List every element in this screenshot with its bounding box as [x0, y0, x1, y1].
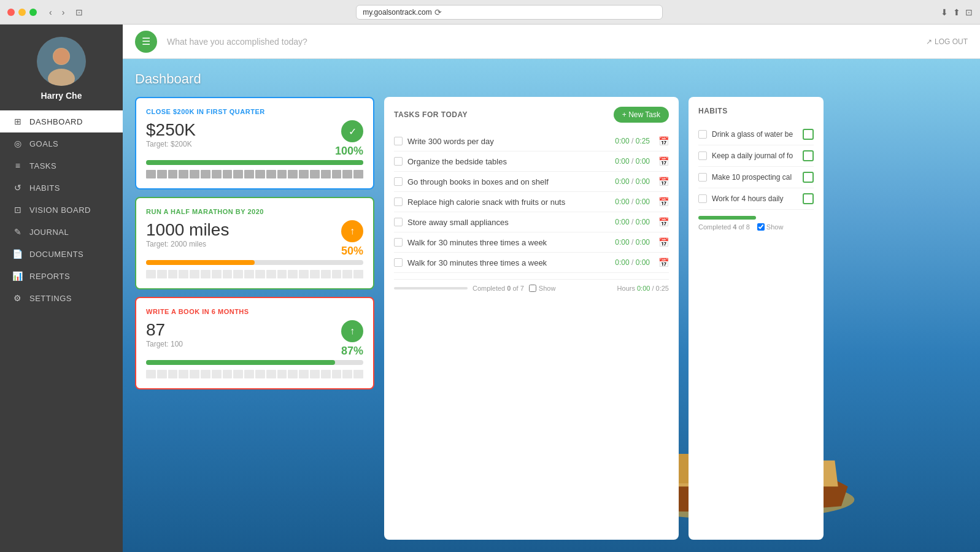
- task-time-7: 0:00 / 0:00: [615, 258, 650, 267]
- habit-badge-1[interactable]: [803, 129, 814, 140]
- habit-name-4: Work for 4 hours daily: [712, 194, 798, 203]
- traffic-lights: [7, 9, 37, 16]
- share-icon[interactable]: ⬆: [953, 7, 960, 17]
- goal-percent-1: 100%: [335, 145, 363, 158]
- task-name-3: Go through books in boxes and on shelf: [407, 177, 610, 186]
- menu-icon: ☰: [142, 36, 150, 47]
- avatar: [37, 37, 86, 86]
- sidebar-item-journal-label: JOURNAL: [29, 228, 69, 237]
- task-time-2: 0:00 / 0:00: [615, 157, 650, 166]
- dashboard-icon: ⊞: [12, 117, 23, 126]
- hamburger-button[interactable]: ☰: [135, 31, 157, 53]
- sidebar-item-reports[interactable]: 📊 REPORTS: [0, 265, 123, 287]
- logout-button[interactable]: ↗ LOG OUT: [926, 37, 968, 46]
- task-checkbox-1[interactable]: [394, 137, 403, 145]
- task-checkbox-4[interactable]: [394, 197, 403, 206]
- tasks-hours-info: Hours 0:00 / 0:25: [617, 285, 669, 292]
- sidebar-item-tasks[interactable]: ≡ TASKS: [0, 155, 123, 177]
- goal-grid-3: [146, 370, 363, 378]
- task-checkbox-3[interactable]: [394, 177, 403, 186]
- sidebar-item-habits[interactable]: ↺ HABITS: [0, 177, 123, 199]
- browser-actions: ⬇ ⬆ ⊡: [941, 7, 973, 17]
- address-bar[interactable]: my.goalsontrack.com ⟳: [356, 5, 663, 20]
- task-item: Store away small appliances 0:00 / 0:00 …: [394, 212, 669, 232]
- calendar-icon-4[interactable]: 📅: [658, 197, 669, 207]
- task-checkbox-6[interactable]: [394, 238, 403, 247]
- habit-checkbox-2[interactable]: [698, 151, 707, 160]
- sidebar-item-journal[interactable]: ✎ JOURNAL: [0, 221, 123, 243]
- goal-value-row-3: 87 Target: 100 ↑ 87%: [146, 320, 363, 358]
- habit-checkbox-3[interactable]: [698, 173, 707, 182]
- task-name-4: Replace high calorie snack with fruits o…: [407, 197, 610, 207]
- browser-chrome: ‹ › ⊡ my.goalsontrack.com ⟳ ⬇ ⬆ ⊡: [0, 0, 980, 25]
- tasks-show-checkbox[interactable]: [529, 285, 536, 292]
- sidebar-item-goals[interactable]: ◎ GOALS: [0, 132, 123, 155]
- goals-column: CLOSE $200K IN FIRST QUARTER $250K Targe…: [135, 97, 374, 540]
- calendar-icon-1[interactable]: 📅: [658, 136, 669, 146]
- journal-icon: ✎: [12, 227, 23, 237]
- minimize-button[interactable]: [18, 9, 26, 16]
- sidebar-item-vision-board[interactable]: ⊡ VISION BOARD: [0, 199, 123, 221]
- habit-name-2: Keep a daily journal of fo: [712, 151, 798, 160]
- goal-percent-3: 87%: [341, 345, 363, 358]
- dashboard-content: Dashboard CLOSE $200K IN FIRST QUARTER $…: [123, 59, 980, 552]
- goal-badge-2: ↑: [341, 220, 363, 242]
- habit-badge-4[interactable]: [803, 193, 814, 204]
- tasks-show-label[interactable]: Show: [529, 285, 556, 292]
- habit-checkbox-1[interactable]: [698, 130, 707, 139]
- fullscreen-button[interactable]: [29, 9, 37, 16]
- tabs-icon[interactable]: ⊡: [965, 7, 973, 17]
- task-name-7: Walk for 30 minutes three times a week: [407, 258, 610, 267]
- goal-card-3: WRITE A BOOK IN 6 MONTHS 87 Target: 100 …: [135, 297, 374, 389]
- new-task-button[interactable]: + New Task: [614, 107, 669, 123]
- calendar-icon-5[interactable]: 📅: [658, 217, 669, 227]
- task-item: Walk for 30 minutes three times a week 0…: [394, 232, 669, 253]
- calendar-icon-7[interactable]: 📅: [658, 258, 669, 267]
- calendar-icon-2[interactable]: 📅: [658, 156, 669, 166]
- user-name: Harry Che: [41, 91, 82, 101]
- sidebar-item-documents[interactable]: 📄 DOCUMENTS: [0, 243, 123, 265]
- task-time-6: 0:00 / 0:00: [615, 238, 650, 247]
- task-name-2: Organize the bedside tables: [407, 157, 610, 166]
- goal-badge-3: ↑: [341, 320, 363, 342]
- habit-badge-2[interactable]: [803, 150, 814, 161]
- nav-list: ⊞ DASHBOARD ◎ GOALS ≡ TASKS ↺ HABITS ⊡ V…: [0, 110, 123, 309]
- task-time-5: 0:00 / 0:00: [615, 218, 650, 226]
- task-item: Write 300 words per day 0:00 / 0:25 📅: [394, 131, 669, 151]
- svg-point-3: [53, 48, 69, 64]
- sidebar-item-settings-label: SETTINGS: [29, 294, 72, 303]
- task-checkbox-5[interactable]: [394, 218, 403, 226]
- dashboard-area: Dashboard CLOSE $200K IN FIRST QUARTER $…: [123, 59, 980, 552]
- forward-button[interactable]: ›: [58, 6, 69, 18]
- main-content: ☰ What have you accomplished today? ↗ LO…: [123, 25, 980, 552]
- activity-input[interactable]: What have you accomplished today?: [167, 37, 926, 47]
- goal-value-1: $250K: [146, 120, 196, 140]
- sidebar-item-dashboard[interactable]: ⊞ DASHBOARD: [0, 110, 123, 132]
- progress-bar-wrap-1: [146, 160, 363, 165]
- task-checkbox-2[interactable]: [394, 157, 403, 166]
- reload-button[interactable]: ⟳: [434, 7, 442, 17]
- calendar-icon-3[interactable]: 📅: [658, 177, 669, 186]
- habits-footer: Completed 4 of 8 Show: [698, 216, 814, 231]
- reader-button[interactable]: ⊡: [75, 7, 83, 17]
- habit-item-4: Work for 4 hours daily: [698, 188, 814, 210]
- download-icon[interactable]: ⬇: [941, 7, 948, 17]
- habits-progress-bar: [698, 216, 756, 220]
- task-item: Go through books in boxes and on shelf 0…: [394, 172, 669, 192]
- habit-checkbox-4[interactable]: [698, 194, 707, 203]
- task-checkbox-7[interactable]: [394, 258, 403, 267]
- habits-show-label[interactable]: Show: [757, 223, 784, 231]
- sidebar: Harry Che ⊞ DASHBOARD ◎ GOALS ≡ TASKS ↺ …: [0, 25, 123, 552]
- goal-target-3: Target: 100: [146, 340, 183, 348]
- sidebar-item-settings[interactable]: ⚙ SETTINGS: [0, 287, 123, 309]
- habit-badge-3[interactable]: [803, 172, 814, 183]
- habits-show-checkbox[interactable]: [757, 223, 765, 231]
- task-item: Walk for 30 minutes three times a week 0…: [394, 253, 669, 273]
- sidebar-item-goals-label: GOALS: [29, 139, 58, 148]
- back-button[interactable]: ‹: [45, 6, 56, 18]
- tasks-icon: ≡: [12, 161, 23, 171]
- calendar-icon-6[interactable]: 📅: [658, 237, 669, 247]
- progress-bar-wrap-3: [146, 360, 363, 365]
- close-button[interactable]: [7, 9, 15, 16]
- goal-value-2: 1000 miles: [146, 220, 229, 240]
